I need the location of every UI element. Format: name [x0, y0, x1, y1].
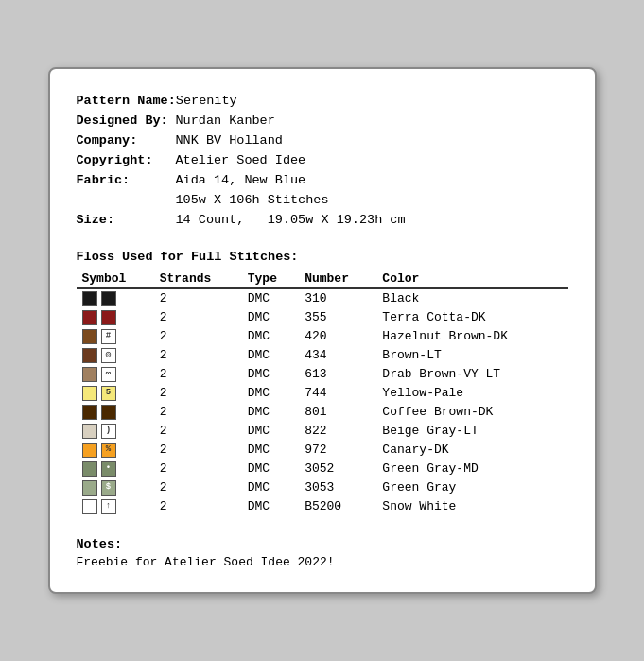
- meta-row: Pattern Name:Serenity: [77, 92, 568, 112]
- floss-symbol-cell: ■: [77, 308, 154, 327]
- color-swatch: [82, 461, 97, 477]
- floss-col-header: Strands: [154, 270, 242, 288]
- color-swatch: [82, 499, 97, 514]
- floss-strands: 2: [154, 497, 242, 516]
- symbol-box: $: [101, 480, 116, 496]
- floss-strands: 2: [154, 365, 242, 384]
- color-swatch: [82, 348, 97, 363]
- floss-symbol-cell: %: [77, 441, 154, 460]
- floss-type: DMC: [242, 441, 299, 460]
- floss-number: 434: [299, 346, 376, 365]
- floss-color-name: Coffee Brown-DK: [376, 403, 567, 422]
- floss-row: « 2DMC801Coffee Brown-DK: [77, 403, 568, 422]
- floss-strands: 2: [154, 478, 242, 497]
- floss-number: 3052: [299, 460, 376, 478]
- floss-col-header: Type: [242, 270, 299, 288]
- floss-strands: 2: [154, 308, 242, 327]
- symbol-box: #: [101, 329, 116, 344]
- floss-number: B5200: [299, 497, 376, 516]
- floss-color-name: Yellow-Pale: [376, 384, 567, 403]
- meta-row: Designed By:Nurdan Kanber: [77, 112, 568, 131]
- meta-label: Size:: [77, 211, 176, 231]
- meta-label: Designed By:: [77, 112, 176, 131]
- symbol-box: ■: [101, 291, 116, 306]
- symbol-box: «: [101, 405, 116, 420]
- floss-symbol-cell: ◎: [77, 346, 154, 365]
- notes-text: Freebie for Atelier Soed Idee 2022!: [77, 555, 568, 569]
- floss-type: DMC: [242, 346, 299, 365]
- floss-row: 5 2DMC744Yellow-Pale: [77, 384, 568, 403]
- floss-number: 3053: [299, 478, 376, 497]
- floss-row: ■ 2DMC310Black: [77, 288, 568, 308]
- floss-row: ↑ 2DMCB5200Snow White: [77, 497, 568, 516]
- floss-color-name: Canary-DK: [376, 441, 567, 460]
- floss-type: DMC: [242, 288, 299, 308]
- meta-label: Company:: [77, 131, 176, 151]
- floss-type: DMC: [242, 403, 299, 422]
- floss-color-name: Drab Brown-VY LT: [376, 365, 567, 384]
- color-swatch: [82, 367, 97, 382]
- floss-col-header: Color: [376, 270, 567, 288]
- floss-strands: 2: [154, 460, 242, 478]
- floss-strands: 2: [154, 441, 242, 460]
- floss-symbol-cell: ■: [77, 288, 154, 308]
- color-swatch: [82, 329, 97, 344]
- symbol-box: ↑: [101, 499, 116, 514]
- meta-value: NNK BV Holland: [176, 131, 283, 151]
- symbol-box: ): [101, 424, 116, 439]
- floss-strands: 2: [154, 346, 242, 365]
- floss-color-name: Hazelnut Brown-DK: [376, 327, 567, 346]
- meta-label: Pattern Name:: [77, 92, 176, 112]
- meta-value: Nurdan Kanber: [176, 112, 275, 131]
- pattern-card: Pattern Name:SerenityDesigned By:Nurdan …: [48, 67, 597, 593]
- symbol-box: ∞: [101, 367, 116, 382]
- floss-col-header: Number: [299, 270, 376, 288]
- floss-number: 801: [299, 403, 376, 422]
- floss-type: DMC: [242, 384, 299, 403]
- color-swatch: [82, 310, 97, 325]
- floss-type: DMC: [242, 478, 299, 497]
- floss-type: DMC: [242, 308, 299, 327]
- floss-color-name: Snow White: [376, 497, 567, 516]
- symbol-box: ◎: [101, 348, 116, 363]
- floss-section-title: Floss Used for Full Stitches:: [77, 250, 568, 264]
- floss-number: 613: [299, 365, 376, 384]
- floss-row: # 2DMC420Hazelnut Brown-DK: [77, 327, 568, 346]
- meta-row: Fabric:Aida 14, New Blue 105w X 106h Sti…: [77, 171, 568, 211]
- color-swatch: [82, 405, 97, 420]
- floss-row: ) 2DMC822Beige Gray-LT: [77, 422, 568, 441]
- floss-table: SymbolStrandsTypeNumberColor ■ 2DMC310Bl…: [77, 270, 568, 516]
- meta-value: Serenity: [176, 92, 237, 112]
- floss-type: DMC: [242, 460, 299, 478]
- floss-symbol-cell: •: [77, 460, 154, 478]
- meta-label: Copyright:: [77, 151, 176, 171]
- floss-symbol-cell: $: [77, 478, 154, 497]
- floss-type: DMC: [242, 497, 299, 516]
- floss-number: 310: [299, 288, 376, 308]
- floss-symbol-cell: ): [77, 422, 154, 441]
- floss-symbol-cell: 5: [77, 384, 154, 403]
- floss-strands: 2: [154, 288, 242, 308]
- floss-strands: 2: [154, 384, 242, 403]
- color-swatch: [82, 424, 97, 439]
- floss-row: ■ 2DMC355Terra Cotta-DK: [77, 308, 568, 327]
- symbol-box: ■: [101, 310, 116, 325]
- notes-section: Notes: Freebie for Atelier Soed Idee 202…: [77, 537, 568, 569]
- floss-color-name: Green Gray: [376, 478, 567, 497]
- floss-type: DMC: [242, 365, 299, 384]
- floss-color-name: Terra Cotta-DK: [376, 308, 567, 327]
- floss-color-name: Black: [376, 288, 567, 308]
- color-swatch: [82, 480, 97, 496]
- meta-value: Atelier Soed Idee: [176, 151, 306, 171]
- floss-symbol-cell: «: [77, 403, 154, 422]
- meta-row: Company:NNK BV Holland: [77, 131, 568, 151]
- floss-number: 972: [299, 441, 376, 460]
- floss-strands: 2: [154, 422, 242, 441]
- floss-color-name: Green Gray-MD: [376, 460, 567, 478]
- floss-row: ∞ 2DMC613Drab Brown-VY LT: [77, 365, 568, 384]
- floss-col-header: Symbol: [77, 270, 154, 288]
- floss-strands: 2: [154, 327, 242, 346]
- meta-value: 14 Count, 19.05w X 19.23h cm: [176, 211, 406, 231]
- floss-number: 744: [299, 384, 376, 403]
- meta-section: Pattern Name:SerenityDesigned By:Nurdan …: [77, 92, 568, 230]
